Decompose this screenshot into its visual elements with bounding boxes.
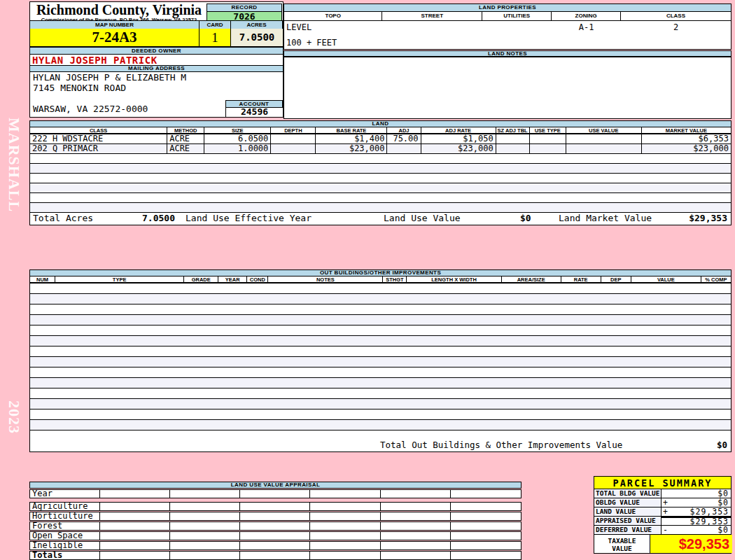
address-line: HYLAN JOSEPH P & ELIZABETH M	[33, 72, 186, 83]
row-value: $0	[718, 489, 729, 498]
col-pct-comp: % COMP	[701, 276, 731, 282]
deeded-owner-name: HYLAN JOSEPH PATRICK	[32, 55, 158, 66]
cell-market-value: $23,000	[642, 144, 731, 153]
row-value: $0	[718, 498, 729, 507]
land-row: 202 Q PRIMACR ACRE 1.0000 $23,000 $23,00…	[30, 144, 731, 154]
map-number-value-row: 7-24A3 1 7.0500	[30, 29, 283, 47]
appraisal-row-totals: Totals	[29, 551, 522, 560]
col-adj: ADJ	[387, 127, 421, 133]
mailing-address-label: MAILING ADDRESS	[30, 65, 283, 72]
cell-use-type	[530, 144, 566, 153]
row-label: LAND VALUE	[594, 507, 662, 516]
row-label: Forest	[30, 522, 100, 530]
row-operator: +	[663, 498, 668, 507]
appraisal-row-forest: Forest	[29, 522, 522, 531]
land-use-value: $0	[520, 213, 531, 224]
col-value: VALUE	[631, 276, 701, 282]
sidebar-year-label: 2023	[5, 400, 23, 434]
cell-adj: 75.00	[387, 134, 421, 144]
column-header-zoning: ZONING	[552, 12, 621, 21]
cell-depth	[271, 144, 316, 153]
cell-adj-rate: $23,000	[421, 144, 496, 153]
map-number-header-row: MAP NUMBER CARD ACRES	[30, 20, 283, 29]
summary-row-taxable: TAXABLE VALUE $29,353	[594, 534, 732, 554]
cell-market-value: $6,353	[642, 134, 731, 144]
appraisal-row-agriculture: Agriculture	[29, 502, 522, 511]
deeded-owner-label: DEEDED OWNER	[30, 47, 283, 55]
land-notes-title: LAND NOTES	[284, 50, 732, 57]
col-method: METHOD	[167, 127, 204, 133]
parcel-summary: PARCEL SUMMARY TOTAL BLDG VALUE $0 OBLDG…	[594, 476, 732, 554]
col-class: CLASS	[30, 127, 167, 133]
out-buildings-totals-row: Total Out Buildings & Other Improvements…	[30, 440, 731, 451]
land-row: 222 H WDSTACRE ACRE 6.0500 $1,400 75.00 …	[30, 134, 731, 144]
row-operator: +	[663, 507, 668, 516]
col-notes: NOTES	[268, 276, 383, 282]
acres-value: 7.0500	[231, 29, 283, 47]
col-size: SIZE	[204, 127, 271, 133]
land-totals-row: Total Acres 7.0500 Land Use Effective Ye…	[30, 213, 731, 225]
cell-sz-adj-tbl	[496, 144, 530, 153]
map-number-value: 7-24A3	[30, 29, 200, 47]
address-line: 7145 MENOKIN ROAD	[33, 83, 186, 93]
land-empty-rows	[30, 154, 731, 213]
cell-class: 202 Q PRIMACR	[30, 144, 167, 153]
out-buildings-title: OUT BUILDINGS/OTHER IMPROVEMENTS	[30, 270, 731, 276]
row-label: APPRAISED VALUE	[594, 517, 662, 525]
cell-use-type	[530, 134, 566, 144]
column-header-class: CLASS	[621, 12, 731, 21]
summary-row-total-bldg: TOTAL BLDG VALUE $0	[594, 489, 732, 498]
land-properties-columns: TOPO STREET UTILITIES ZONING CLASS	[284, 12, 731, 21]
page-title: Richmond County, Virginia	[31, 3, 206, 18]
appraisal-row-year: Year	[29, 489, 522, 498]
row-operator: -	[663, 526, 668, 534]
land-table-title: LAND	[30, 121, 731, 127]
col-year: YEAR	[218, 276, 247, 282]
row-label: Totals	[30, 552, 100, 559]
cell-method: ACRE	[167, 134, 204, 144]
row-value: $0	[718, 525, 729, 535]
cell-class: 222 H WDSTACRE	[30, 134, 167, 144]
col-rate: RATE	[561, 276, 601, 282]
col-num: NUM	[30, 276, 55, 282]
row-value: $29,353	[690, 507, 729, 517]
mailing-address: HYLAN JOSEPH P & ELIZABETH M 7145 MENOKI…	[33, 72, 186, 114]
land-market-value: $29,353	[689, 213, 727, 224]
class-value: 2	[621, 22, 731, 32]
appraisal-row-open-space: Open Space	[29, 531, 522, 540]
out-buildings-total-label: Total Out Buildings & Other Improvements…	[380, 440, 622, 451]
land-notes-box	[284, 57, 732, 119]
land-market-value-label: Land Market Value	[559, 213, 652, 224]
effective-year-label: Land Use Effective Year	[186, 213, 312, 224]
cell-sz-adj-tbl	[496, 134, 530, 144]
out-buildings-table: OUT BUILDINGS/OTHER IMPROVEMENTS NUM TYP…	[29, 270, 732, 452]
row-label: Year	[30, 490, 100, 498]
land-use-value-label: Land Use Value	[384, 213, 461, 224]
column-header-street: STREET	[382, 12, 482, 21]
account-value: 24596	[225, 108, 283, 117]
total-acres-value: 7.0500	[142, 213, 175, 224]
cell-method: ACRE	[167, 144, 204, 153]
summary-row-land: LAND VALUE +$29,353	[594, 507, 732, 517]
cell-adj	[387, 144, 421, 153]
address-line	[33, 93, 186, 104]
cell-use-value	[566, 134, 642, 144]
appraisal-row-horticulture: Horticulture	[29, 512, 522, 521]
record-box: RECORD 7026	[206, 4, 282, 22]
card-value: 1	[200, 29, 231, 47]
col-base-rate: BASE RATE	[316, 127, 387, 133]
summary-row-appraised: APPRAISED VALUE $29,353	[594, 516, 732, 526]
summary-row-deferred: DEFERRED VALUE -$0	[594, 525, 732, 535]
cell-base-rate: $1,400	[316, 134, 387, 144]
row-label: OBLDG VALUE	[594, 498, 662, 507]
col-use-value: USE VALUE	[566, 127, 642, 133]
land-table-header: CLASS METHOD SIZE DEPTH BASE RATE ADJ AD…	[30, 127, 731, 134]
out-buildings-empty-rows	[30, 284, 731, 440]
topo-value: LEVEL	[286, 22, 312, 32]
col-sthgt: STHGT	[383, 276, 407, 282]
cell-base-rate: $23,000	[316, 144, 387, 153]
col-length-width: LENGTH X WIDTH	[407, 276, 501, 282]
header-block: Richmond County, Virginia Commissioner o…	[29, 1, 284, 118]
parcel-summary-title: PARCEL SUMMARY	[594, 476, 732, 489]
cell-use-value	[566, 144, 642, 153]
